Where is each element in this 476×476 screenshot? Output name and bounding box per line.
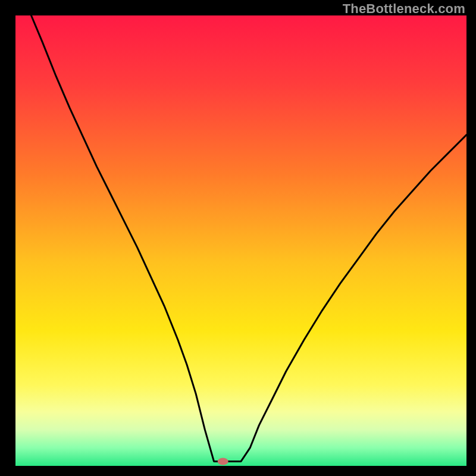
plot-background bbox=[15, 15, 466, 466]
optimal-point-marker bbox=[218, 458, 228, 465]
chart-frame: TheBottleneck.com bbox=[0, 0, 476, 476]
bottleneck-chart bbox=[0, 0, 476, 476]
watermark-text: TheBottleneck.com bbox=[343, 1, 465, 17]
